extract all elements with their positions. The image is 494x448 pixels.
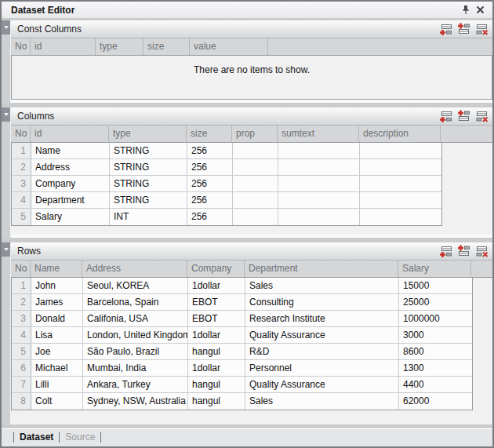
- delete-row-button[interactable]: [475, 110, 489, 122]
- table-row[interactable]: 3 Company STRING 256: [12, 176, 441, 192]
- cell[interactable]: hangul: [188, 393, 245, 410]
- cell[interactable]: James: [31, 294, 83, 310]
- row-number[interactable]: 7: [12, 377, 31, 392]
- row-number[interactable]: 1: [12, 143, 31, 158]
- cell[interactable]: London, United Kingdom: [83, 327, 188, 343]
- row-number[interactable]: 2: [12, 159, 31, 175]
- row-number[interactable]: 5: [12, 209, 31, 225]
- pin-button[interactable]: [459, 4, 473, 16]
- cell[interactable]: [278, 209, 360, 225]
- cell[interactable]: Address: [31, 159, 110, 175]
- cell[interactable]: Colt: [31, 393, 83, 410]
- insert-row-button[interactable]: [457, 245, 470, 257]
- table-row[interactable]: 4 Department STRING 256: [12, 192, 441, 209]
- row-number[interactable]: 3: [12, 176, 31, 191]
- table-row[interactable]: 8 Colt Sydney, NSW, Australia hangul Sal…: [12, 393, 472, 410]
- cell[interactable]: [360, 209, 441, 225]
- cell[interactable]: Sydney, NSW, Australia: [83, 393, 188, 410]
- cell[interactable]: Mumbai, India: [83, 360, 188, 376]
- cell[interactable]: Lisa: [31, 327, 83, 343]
- cell[interactable]: 4400: [399, 377, 472, 392]
- cell[interactable]: [233, 192, 278, 208]
- cell[interactable]: 256: [187, 176, 233, 191]
- table-row[interactable]: 5 Salary INT 256: [12, 209, 441, 225]
- delete-row-button[interactable]: [475, 245, 489, 257]
- cell[interactable]: [278, 192, 360, 208]
- cell[interactable]: STRING: [110, 143, 187, 158]
- add-row-button[interactable]: [439, 110, 452, 122]
- cell[interactable]: hangul: [188, 344, 245, 359]
- row-number[interactable]: 8: [12, 393, 31, 410]
- table-row[interactable]: 7 Lilli Ankara, Turkey hangul Quality As…: [12, 377, 472, 393]
- table-row[interactable]: 2 Address STRING 256: [12, 159, 441, 176]
- row-number[interactable]: 6: [12, 360, 31, 376]
- cell[interactable]: Company: [31, 176, 110, 191]
- table-row[interactable]: 2 James Barcelona, Spain EBOT Consulting…: [12, 294, 472, 311]
- insert-row-button[interactable]: [457, 23, 470, 35]
- cell[interactable]: [233, 209, 278, 225]
- row-number[interactable]: 5: [12, 344, 31, 359]
- cell[interactable]: Name: [31, 143, 110, 158]
- cell[interactable]: Sales: [245, 278, 399, 293]
- cell[interactable]: Ankara, Turkey: [83, 377, 188, 392]
- cell[interactable]: [360, 159, 441, 175]
- cell[interactable]: 25000: [399, 294, 472, 310]
- collapse-button[interactable]: [2, 107, 10, 122]
- cell[interactable]: EBOT: [188, 294, 245, 310]
- add-row-button[interactable]: [439, 245, 452, 257]
- cell[interactable]: [233, 159, 278, 175]
- cell[interactable]: Consulting: [245, 294, 399, 310]
- cell[interactable]: 1dollar: [188, 278, 245, 293]
- cell[interactable]: Lilli: [31, 377, 83, 392]
- table-row[interactable]: 5 Joe São Paulo, Brazil hangul R&D 8600: [12, 344, 472, 360]
- row-number[interactable]: 4: [12, 192, 31, 208]
- delete-row-button[interactable]: [475, 23, 489, 35]
- table-row[interactable]: 1 John Seoul, KOREA 1dollar Sales 15000: [12, 278, 472, 294]
- cell[interactable]: EBOT: [188, 311, 245, 326]
- cell[interactable]: [360, 192, 441, 208]
- cell[interactable]: [278, 159, 360, 175]
- row-number[interactable]: 3: [12, 311, 31, 326]
- cell[interactable]: 1300: [399, 360, 472, 376]
- table-row[interactable]: 6 Michael Mumbai, India 1dollar Personne…: [12, 360, 472, 377]
- cell[interactable]: Seoul, KOREA: [83, 278, 188, 293]
- cell[interactable]: Joe: [31, 344, 83, 359]
- cell[interactable]: São Paulo, Brazil: [83, 344, 188, 359]
- cell[interactable]: Quality Assurance: [245, 377, 399, 392]
- cell[interactable]: 62000: [399, 393, 472, 410]
- cell[interactable]: John: [31, 278, 83, 293]
- table-row[interactable]: 1 Name STRING 256: [12, 143, 441, 159]
- row-number[interactable]: 2: [12, 294, 31, 310]
- cell[interactable]: [278, 143, 360, 158]
- cell[interactable]: 1dollar: [188, 360, 245, 376]
- cell[interactable]: STRING: [110, 159, 187, 175]
- table-row[interactable]: 4 Lisa London, United Kingdom 1dollar Qu…: [12, 327, 472, 344]
- cell[interactable]: Donald: [31, 311, 83, 326]
- cell[interactable]: 1dollar: [188, 327, 245, 343]
- cell[interactable]: Barcelona, Spain: [83, 294, 188, 310]
- cell[interactable]: [360, 143, 441, 158]
- cell[interactable]: 15000: [399, 278, 472, 293]
- cell[interactable]: 256: [187, 192, 233, 208]
- cell[interactable]: 1000000: [399, 311, 472, 326]
- cell[interactable]: Sales: [245, 393, 399, 410]
- cell[interactable]: Quality Assurance: [245, 327, 399, 343]
- cell[interactable]: Califonia, USA: [83, 311, 188, 326]
- cell[interactable]: 256: [187, 159, 233, 175]
- cell[interactable]: [233, 143, 278, 158]
- cell[interactable]: Michael: [31, 360, 83, 376]
- add-row-button[interactable]: [439, 23, 452, 35]
- cell[interactable]: R&D: [245, 344, 399, 359]
- tab-source[interactable]: Source: [65, 432, 95, 443]
- collapse-button[interactable]: [2, 242, 10, 257]
- row-number[interactable]: 1: [12, 278, 31, 293]
- cell[interactable]: INT: [110, 209, 187, 225]
- cell[interactable]: 256: [187, 209, 233, 225]
- cell[interactable]: STRING: [110, 176, 187, 191]
- collapse-button[interactable]: [2, 20, 10, 35]
- cell[interactable]: 3000: [399, 327, 472, 343]
- cell[interactable]: Department: [31, 192, 110, 208]
- tab-dataset[interactable]: Dataset: [20, 432, 53, 443]
- cell[interactable]: [278, 176, 360, 191]
- cell[interactable]: hangul: [188, 377, 245, 392]
